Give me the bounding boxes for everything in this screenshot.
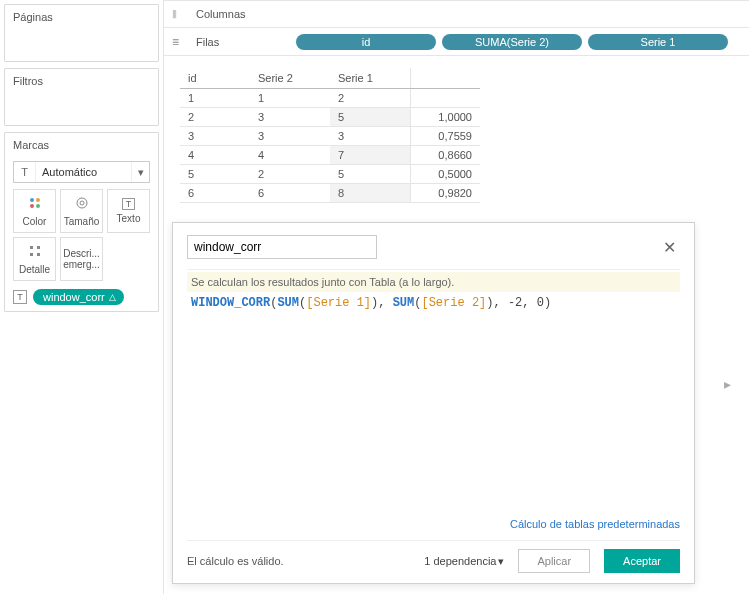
color-button[interactable]: Color <box>13 189 56 233</box>
table-row: 4470,8660 <box>180 146 480 165</box>
svg-rect-6 <box>30 246 33 249</box>
columns-label: Columnas <box>196 8 286 20</box>
color-dots-icon <box>28 196 42 213</box>
text-icon: T <box>13 290 27 304</box>
apply-button[interactable]: Aplicar <box>518 549 590 573</box>
filters-title: Filtros <box>5 69 158 93</box>
detail-label: Detalle <box>19 264 50 275</box>
calc-deps-dropdown[interactable]: 1 dependencia ▾ <box>424 555 504 568</box>
columns-shelf[interactable]: ⦀ Columnas <box>164 0 749 28</box>
pages-panel: Páginas <box>4 4 159 62</box>
row-pill-suma[interactable]: SUMA(Serie 2) <box>442 34 582 50</box>
default-table-calc-link[interactable]: Cálculo de tablas predeterminadas <box>510 518 680 530</box>
marks-panel: Marcas T Automático ▾ Color Tamaño <box>4 132 159 312</box>
col-serie2: Serie 2 <box>250 68 330 89</box>
rows-icon: ≡ <box>172 35 186 49</box>
marks-title: Marcas <box>5 133 158 157</box>
pill-label: window_corr <box>43 291 105 303</box>
row-pill-serie1[interactable]: Serie 1 <box>588 34 728 50</box>
table-row: 5250,5000 <box>180 165 480 184</box>
delta-icon: △ <box>109 292 116 302</box>
columns-icon: ⦀ <box>172 7 186 21</box>
rows-shelf[interactable]: ≡ Filas id SUMA(Serie 2) Serie 1 <box>164 28 749 56</box>
table-row: 6680,9820 <box>180 184 480 203</box>
svg-point-4 <box>77 198 87 208</box>
calc-name-input[interactable] <box>187 235 377 259</box>
col-serie1: Serie 1 <box>330 68 410 89</box>
size-icon <box>75 196 89 213</box>
size-label: Tamaño <box>64 216 100 227</box>
filters-panel: Filtros <box>4 68 159 126</box>
caret-down-icon: ▾ <box>498 555 504 568</box>
col-id: id <box>180 68 250 89</box>
calc-valid-msg: El cálculo es válido. <box>187 555 284 567</box>
row-pill-id[interactable]: id <box>296 34 436 50</box>
data-table: id Serie 2 Serie 1 1122351,00003330,7559… <box>180 68 480 203</box>
table-header-row: id Serie 2 Serie 1 <box>180 68 480 89</box>
svg-point-5 <box>80 201 84 205</box>
calc-editor-dialog: ✕ Se calculan los resultados junto con T… <box>172 222 695 584</box>
accept-button[interactable]: Aceptar <box>604 549 680 573</box>
detail-button[interactable]: Detalle <box>13 237 56 281</box>
calc-context-msg: Se calculan los resultados junto con Tab… <box>187 272 680 292</box>
mark-type-select[interactable]: T Automático ▾ <box>13 161 150 183</box>
expand-arrow-icon[interactable]: ▸ <box>724 376 731 392</box>
svg-point-0 <box>30 198 34 202</box>
tooltip-label: Descri... emerg... <box>61 248 102 270</box>
label-icon: T <box>122 198 136 210</box>
text-icon: T <box>14 162 36 182</box>
table-row: 2351,0000 <box>180 108 480 127</box>
caret-down-icon: ▾ <box>131 162 149 182</box>
pages-title: Páginas <box>5 5 158 29</box>
color-label: Color <box>23 216 47 227</box>
close-icon[interactable]: ✕ <box>659 238 680 257</box>
size-button[interactable]: Tamaño <box>60 189 103 233</box>
mark-type-label: Automático <box>36 166 131 178</box>
text-button[interactable]: T Texto <box>107 189 150 233</box>
window-corr-pill[interactable]: window_corr △ <box>33 289 124 305</box>
table-row: 3330,7559 <box>180 127 480 146</box>
rows-label: Filas <box>196 36 286 48</box>
table-row: 112 <box>180 89 480 108</box>
calc-formula[interactable]: WINDOW_CORR(SUM([Serie 1]), SUM([Serie 2… <box>187 292 680 314</box>
svg-rect-9 <box>37 253 40 256</box>
svg-rect-7 <box>37 246 40 249</box>
svg-point-3 <box>36 204 40 208</box>
svg-point-2 <box>30 204 34 208</box>
col-value <box>410 68 480 89</box>
tooltip-button[interactable]: Descri... emerg... <box>60 237 103 281</box>
detail-icon <box>28 244 42 261</box>
text-label: Texto <box>117 213 141 224</box>
svg-point-1 <box>36 198 40 202</box>
svg-rect-8 <box>30 253 33 256</box>
